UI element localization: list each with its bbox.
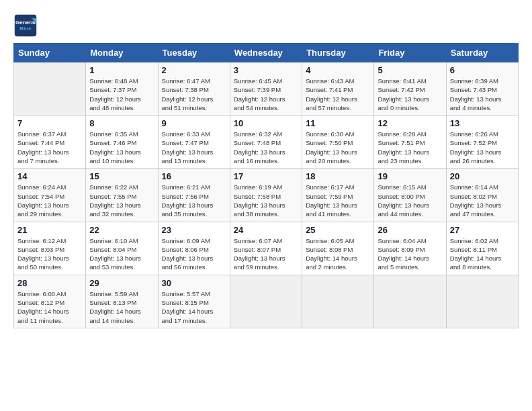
day-info: Sunrise: 6:04 AM Sunset: 8:09 PM Dayligh…: [378, 236, 442, 272]
day-number: 23: [162, 225, 226, 235]
calendar-cell: [14, 62, 86, 116]
day-info: Sunrise: 6:12 AM Sunset: 8:03 PM Dayligh…: [17, 236, 82, 272]
calendar-cell: 3Sunrise: 6:45 AM Sunset: 7:39 PM Daylig…: [230, 62, 302, 116]
calendar-cell: [230, 275, 302, 328]
calendar-cell: 28Sunrise: 6:00 AM Sunset: 8:12 PM Dayli…: [14, 275, 86, 328]
day-number: 19: [378, 171, 442, 181]
calendar-cell: 10Sunrise: 6:32 AM Sunset: 7:48 PM Dayli…: [230, 116, 302, 169]
day-number: 17: [234, 171, 298, 181]
day-info: Sunrise: 5:59 AM Sunset: 8:13 PM Dayligh…: [89, 289, 154, 325]
day-info: Sunrise: 5:57 AM Sunset: 8:15 PM Dayligh…: [162, 289, 226, 325]
calendar-cell: 24Sunrise: 6:07 AM Sunset: 8:07 PM Dayli…: [230, 222, 302, 275]
day-info: Sunrise: 6:35 AM Sunset: 7:46 PM Dayligh…: [89, 130, 154, 165]
day-info: Sunrise: 6:22 AM Sunset: 7:55 PM Dayligh…: [89, 183, 154, 218]
day-number: 27: [450, 225, 515, 235]
calendar-cell: 7Sunrise: 6:37 AM Sunset: 7:44 PM Daylig…: [14, 116, 86, 169]
calendar-cell: 2Sunrise: 6:47 AM Sunset: 7:38 PM Daylig…: [158, 62, 230, 116]
day-number: 6: [450, 65, 515, 75]
weekday-header-monday: Monday: [86, 44, 158, 62]
day-number: 25: [306, 225, 370, 235]
weekday-header-saturday: Saturday: [446, 44, 518, 62]
calendar-cell: 21Sunrise: 6:12 AM Sunset: 8:03 PM Dayli…: [14, 222, 86, 275]
calendar-cell: 6Sunrise: 6:39 AM Sunset: 7:43 PM Daylig…: [446, 62, 518, 116]
day-number: 11: [306, 118, 370, 128]
day-info: Sunrise: 6:41 AM Sunset: 7:42 PM Dayligh…: [378, 77, 442, 112]
day-info: Sunrise: 6:14 AM Sunset: 8:02 PM Dayligh…: [450, 183, 515, 218]
calendar-cell: 1Sunrise: 6:48 AM Sunset: 7:37 PM Daylig…: [86, 62, 158, 116]
day-info: Sunrise: 6:48 AM Sunset: 7:37 PM Dayligh…: [89, 77, 154, 112]
day-number: 8: [89, 118, 154, 128]
weekday-header-thursday: Thursday: [302, 44, 374, 62]
calendar-cell: [302, 275, 374, 328]
calendar-cell: 4Sunrise: 6:43 AM Sunset: 7:41 PM Daylig…: [302, 62, 374, 116]
calendar-cell: 26Sunrise: 6:04 AM Sunset: 8:09 PM Dayli…: [374, 222, 446, 275]
day-number: 9: [162, 118, 226, 128]
calendar-cell: 18Sunrise: 6:17 AM Sunset: 7:59 PM Dayli…: [302, 169, 374, 222]
calendar-cell: 5Sunrise: 6:41 AM Sunset: 7:42 PM Daylig…: [374, 62, 446, 116]
day-info: Sunrise: 6:33 AM Sunset: 7:47 PM Dayligh…: [162, 130, 226, 165]
day-info: Sunrise: 6:24 AM Sunset: 7:54 PM Dayligh…: [17, 183, 82, 218]
day-info: Sunrise: 6:32 AM Sunset: 7:48 PM Dayligh…: [234, 130, 298, 165]
calendar-cell: 16Sunrise: 6:21 AM Sunset: 7:56 PM Dayli…: [158, 169, 230, 222]
day-number: 22: [89, 225, 154, 235]
calendar-cell: 25Sunrise: 6:05 AM Sunset: 8:08 PM Dayli…: [302, 222, 374, 275]
calendar-cell: 23Sunrise: 6:09 AM Sunset: 8:06 PM Dayli…: [158, 222, 230, 275]
day-info: Sunrise: 6:28 AM Sunset: 7:51 PM Dayligh…: [378, 130, 442, 165]
svg-text:General: General: [15, 19, 36, 26]
calendar-cell: 8Sunrise: 6:35 AM Sunset: 7:46 PM Daylig…: [86, 116, 158, 169]
day-number: 14: [17, 171, 82, 181]
calendar-cell: [374, 275, 446, 328]
day-info: Sunrise: 6:45 AM Sunset: 7:39 PM Dayligh…: [234, 77, 298, 112]
calendar-cell: 19Sunrise: 6:15 AM Sunset: 8:00 PM Dayli…: [374, 169, 446, 222]
day-info: Sunrise: 6:17 AM Sunset: 7:59 PM Dayligh…: [306, 183, 370, 218]
day-number: 16: [162, 171, 226, 181]
calendar-cell: 11Sunrise: 6:30 AM Sunset: 7:50 PM Dayli…: [302, 116, 374, 169]
day-info: Sunrise: 6:09 AM Sunset: 8:06 PM Dayligh…: [162, 236, 226, 272]
calendar-cell: 13Sunrise: 6:26 AM Sunset: 7:52 PM Dayli…: [446, 116, 518, 169]
day-number: 2: [162, 65, 226, 75]
day-number: 21: [17, 225, 82, 235]
calendar-cell: 9Sunrise: 6:33 AM Sunset: 7:47 PM Daylig…: [158, 116, 230, 169]
svg-text:Blue: Blue: [19, 26, 32, 32]
calendar-cell: 20Sunrise: 6:14 AM Sunset: 8:02 PM Dayli…: [446, 169, 518, 222]
day-info: Sunrise: 6:21 AM Sunset: 7:56 PM Dayligh…: [162, 183, 226, 218]
calendar-cell: 29Sunrise: 5:59 AM Sunset: 8:13 PM Dayli…: [86, 275, 158, 328]
calendar-cell: [446, 275, 518, 328]
day-number: 4: [306, 65, 370, 75]
day-info: Sunrise: 6:37 AM Sunset: 7:44 PM Dayligh…: [17, 130, 82, 165]
logo-icon: General Blue: [13, 13, 38, 38]
day-info: Sunrise: 6:26 AM Sunset: 7:52 PM Dayligh…: [450, 130, 515, 165]
day-number: 12: [378, 118, 442, 128]
day-number: 20: [450, 171, 515, 181]
day-info: Sunrise: 6:02 AM Sunset: 8:11 PM Dayligh…: [450, 236, 515, 272]
day-number: 30: [162, 278, 226, 288]
day-number: 5: [378, 65, 442, 75]
day-info: Sunrise: 6:07 AM Sunset: 8:07 PM Dayligh…: [234, 236, 298, 272]
calendar-cell: 14Sunrise: 6:24 AM Sunset: 7:54 PM Dayli…: [14, 169, 86, 222]
day-info: Sunrise: 6:30 AM Sunset: 7:50 PM Dayligh…: [306, 130, 370, 165]
day-info: Sunrise: 6:39 AM Sunset: 7:43 PM Dayligh…: [450, 77, 515, 112]
day-info: Sunrise: 6:19 AM Sunset: 7:58 PM Dayligh…: [234, 183, 298, 218]
day-info: Sunrise: 6:00 AM Sunset: 8:12 PM Dayligh…: [17, 289, 82, 325]
calendar-cell: 12Sunrise: 6:28 AM Sunset: 7:51 PM Dayli…: [374, 116, 446, 169]
weekday-header-sunday: Sunday: [14, 44, 86, 62]
day-number: 24: [234, 225, 298, 235]
calendar-cell: 15Sunrise: 6:22 AM Sunset: 7:55 PM Dayli…: [86, 169, 158, 222]
day-info: Sunrise: 6:15 AM Sunset: 8:00 PM Dayligh…: [378, 183, 442, 218]
day-info: Sunrise: 6:10 AM Sunset: 8:04 PM Dayligh…: [89, 236, 154, 272]
calendar-cell: 27Sunrise: 6:02 AM Sunset: 8:11 PM Dayli…: [446, 222, 518, 275]
calendar-table: SundayMondayTuesdayWednesdayThursdayFrid…: [13, 43, 519, 328]
day-number: 3: [234, 65, 298, 75]
day-info: Sunrise: 6:47 AM Sunset: 7:38 PM Dayligh…: [162, 77, 226, 112]
day-number: 15: [89, 171, 154, 181]
day-number: 28: [17, 278, 82, 288]
day-number: 29: [89, 278, 154, 288]
logo: General Blue: [13, 13, 38, 38]
day-info: Sunrise: 6:43 AM Sunset: 7:41 PM Dayligh…: [306, 77, 370, 112]
calendar-cell: 30Sunrise: 5:57 AM Sunset: 8:15 PM Dayli…: [158, 275, 230, 328]
calendar-cell: 22Sunrise: 6:10 AM Sunset: 8:04 PM Dayli…: [86, 222, 158, 275]
day-number: 10: [234, 118, 298, 128]
day-info: Sunrise: 6:05 AM Sunset: 8:08 PM Dayligh…: [306, 236, 370, 272]
day-number: 1: [89, 65, 154, 75]
calendar-cell: 17Sunrise: 6:19 AM Sunset: 7:58 PM Dayli…: [230, 169, 302, 222]
